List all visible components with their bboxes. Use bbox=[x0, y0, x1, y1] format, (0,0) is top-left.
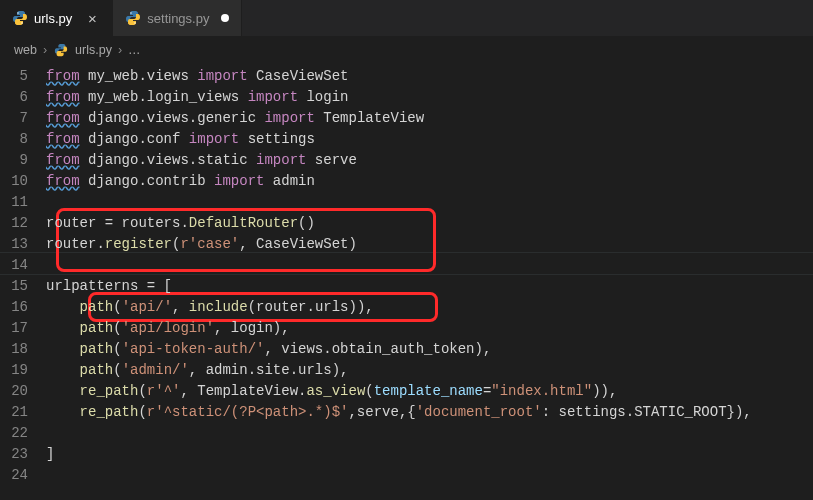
close-icon[interactable]: × bbox=[84, 10, 100, 27]
line-number: 23 bbox=[0, 444, 46, 465]
line-number: 20 bbox=[0, 381, 46, 402]
tab-label: settings.py bbox=[147, 11, 209, 26]
line-number: 21 bbox=[0, 402, 46, 423]
code-line[interactable]: re_path(r'^static/(?P<path>.*)$',serve,{… bbox=[46, 402, 813, 423]
code-line[interactable] bbox=[46, 465, 813, 486]
line-number: 22 bbox=[0, 423, 46, 444]
tab-settings[interactable]: settings.py bbox=[113, 0, 242, 36]
tab-label: urls.py bbox=[34, 11, 72, 26]
breadcrumb-more[interactable]: … bbox=[128, 43, 141, 57]
line-number: 14 bbox=[0, 255, 46, 276]
line-number: 9 bbox=[0, 150, 46, 171]
python-icon bbox=[12, 10, 28, 26]
line-number: 17 bbox=[0, 318, 46, 339]
code-line[interactable] bbox=[46, 255, 813, 276]
code-line[interactable]: path('api-token-auth/', views.obtain_aut… bbox=[46, 339, 813, 360]
line-number: 18 bbox=[0, 339, 46, 360]
line-number: 10 bbox=[0, 171, 46, 192]
line-number: 16 bbox=[0, 297, 46, 318]
code-line[interactable]: router.register(r'case', CaseViewSet) bbox=[46, 234, 813, 255]
line-number: 24 bbox=[0, 465, 46, 486]
breadcrumb: web › urls.py › … bbox=[0, 36, 813, 64]
line-number: 13 bbox=[0, 234, 46, 255]
line-number: 19 bbox=[0, 360, 46, 381]
svg-point-1 bbox=[21, 22, 22, 23]
svg-point-2 bbox=[131, 12, 132, 13]
code-line[interactable]: re_path(r'^', TemplateView.as_view(templ… bbox=[46, 381, 813, 402]
code-editor[interactable]: 5from my_web.views import CaseViewSet 6f… bbox=[0, 64, 813, 486]
chevron-right-icon: › bbox=[43, 43, 47, 57]
code-line[interactable]: from django.views.static import serve bbox=[46, 150, 813, 171]
breadcrumb-item[interactable]: web bbox=[14, 43, 37, 57]
code-line[interactable]: path('api/', include(router.urls)), bbox=[46, 297, 813, 318]
code-line[interactable]: ] bbox=[46, 444, 813, 465]
breadcrumb-item[interactable]: urls.py bbox=[75, 43, 112, 57]
line-number: 7 bbox=[0, 108, 46, 129]
code-line[interactable]: path('api/login', login), bbox=[46, 318, 813, 339]
tab-bar: urls.py × settings.py bbox=[0, 0, 813, 36]
line-number: 5 bbox=[0, 66, 46, 87]
code-line[interactable]: router = routers.DefaultRouter() bbox=[46, 213, 813, 234]
chevron-right-icon: › bbox=[118, 43, 122, 57]
code-line[interactable] bbox=[46, 423, 813, 444]
line-number: 8 bbox=[0, 129, 46, 150]
python-icon bbox=[125, 10, 141, 26]
code-line[interactable]: from my_web.views import CaseViewSet bbox=[46, 66, 813, 87]
line-number: 6 bbox=[0, 87, 46, 108]
modified-dot-icon bbox=[221, 14, 229, 22]
code-line[interactable]: from django.conf import settings bbox=[46, 129, 813, 150]
code-line[interactable]: from my_web.login_views import login bbox=[46, 87, 813, 108]
svg-point-3 bbox=[135, 22, 136, 23]
line-number: 15 bbox=[0, 276, 46, 297]
code-line[interactable]: urlpatterns = [ bbox=[46, 276, 813, 297]
code-line[interactable]: from django.contrib import admin bbox=[46, 171, 813, 192]
line-number: 11 bbox=[0, 192, 46, 213]
code-line[interactable] bbox=[46, 192, 813, 213]
code-line[interactable]: from django.views.generic import Templat… bbox=[46, 108, 813, 129]
python-icon bbox=[53, 42, 69, 58]
code-line[interactable]: path('admin/', admin.site.urls), bbox=[46, 360, 813, 381]
line-number: 12 bbox=[0, 213, 46, 234]
svg-point-0 bbox=[17, 12, 18, 13]
tab-urls[interactable]: urls.py × bbox=[0, 0, 113, 36]
